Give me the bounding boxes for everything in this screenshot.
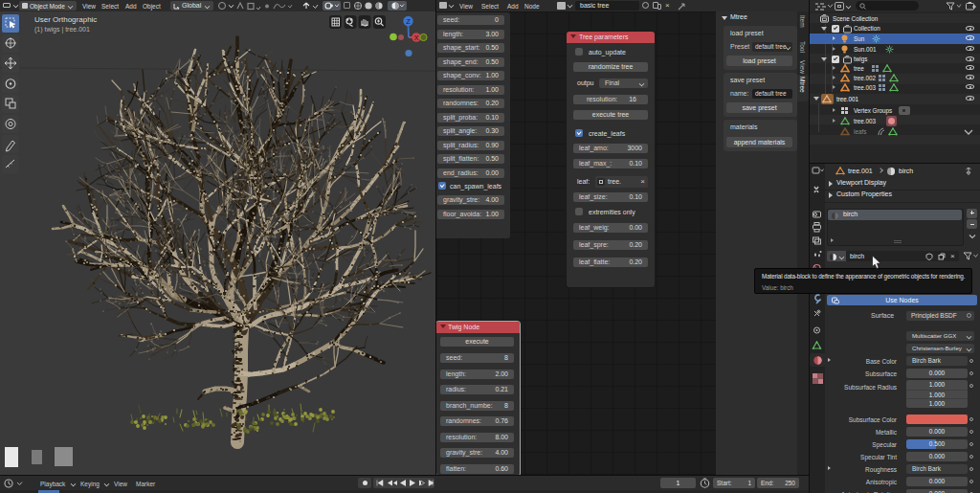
svg-text:X: X — [414, 34, 419, 41]
svg-text:Z: Z — [406, 17, 411, 26]
